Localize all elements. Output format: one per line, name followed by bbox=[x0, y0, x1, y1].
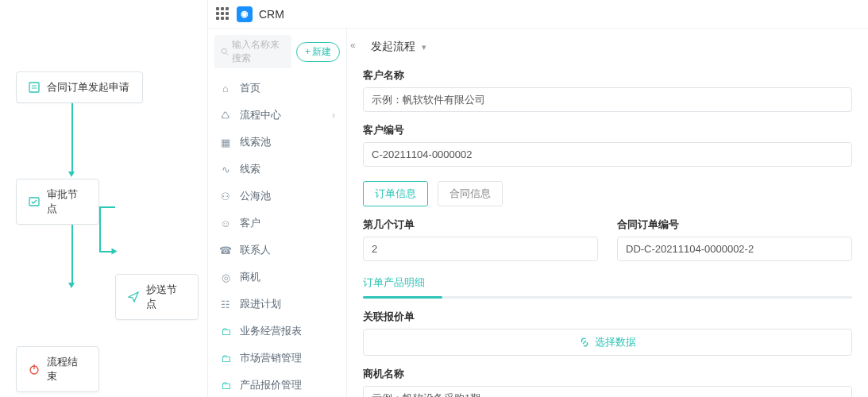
nav-label: 公海池 bbox=[240, 189, 271, 203]
process-selector-label: 发起流程 bbox=[371, 40, 415, 54]
svg-rect-3 bbox=[29, 198, 39, 206]
nav-marketing[interactable]: 🗀市场营销管理 bbox=[208, 345, 346, 372]
biz-icon: ◎ bbox=[219, 271, 232, 283]
nav-label: 流程中心 bbox=[240, 108, 281, 122]
customer-icon: ☺ bbox=[219, 217, 232, 229]
collapse-sidebar-icon[interactable]: « bbox=[347, 40, 359, 51]
new-button[interactable]: +新建 bbox=[296, 42, 340, 62]
nav-label: 市场营销管理 bbox=[240, 351, 302, 365]
search-placeholder: 输入名称来搜索 bbox=[232, 38, 285, 65]
send-icon bbox=[127, 291, 140, 303]
order-seq-input[interactable] bbox=[363, 237, 598, 261]
customer-code-label: 客户编号 bbox=[363, 123, 852, 137]
nav-quote-mgmt[interactable]: 🗀产品报价管理 bbox=[208, 372, 346, 397]
related-quote-label: 关联报价单 bbox=[363, 310, 852, 324]
search-input[interactable]: 输入名称来搜索 bbox=[214, 35, 291, 68]
select-data-label: 选择数据 bbox=[595, 335, 636, 349]
tab-order-info[interactable]: 订单信息 bbox=[363, 181, 428, 206]
connector bbox=[99, 206, 101, 252]
section-progress bbox=[363, 296, 852, 299]
nav-label: 产品报价管理 bbox=[240, 378, 302, 392]
nav-label: 商机 bbox=[240, 270, 260, 284]
connector bbox=[71, 102, 73, 173]
workflow-node-approval[interactable]: 审批节点 bbox=[16, 179, 99, 225]
sidebar: 输入名称来搜索 +新建 « ⌂首页 ♺流程中心› ▦线索池 ∿线索 ⚇公海池 ☺… bbox=[208, 29, 347, 397]
workflow-node-start[interactable]: 合同订单发起申请 bbox=[16, 71, 143, 103]
contract-order-no-input[interactable] bbox=[617, 237, 852, 261]
apps-icon[interactable] bbox=[216, 7, 230, 21]
biz-name-label: 商机名称 bbox=[363, 367, 852, 381]
workflow-node-label: 抄送节点 bbox=[146, 283, 187, 311]
arrow-icon bbox=[68, 283, 75, 288]
tabs: 订单信息 合同信息 bbox=[363, 181, 852, 206]
nav-sea-pool[interactable]: ⚇公海池 bbox=[208, 183, 346, 210]
workflow-node-label: 合同订单发起申请 bbox=[47, 80, 129, 94]
nav-contact[interactable]: ☎联系人 bbox=[208, 237, 346, 264]
app-logo: ◉ bbox=[237, 6, 253, 22]
select-data-button[interactable]: 选择数据 bbox=[363, 329, 852, 356]
nav: ⌂首页 ♺流程中心› ▦线索池 ∿线索 ⚇公海池 ☺客户 ☎联系人 ◎商机 ☷跟… bbox=[208, 75, 346, 397]
detail-section-title: 订单产品明细 bbox=[363, 276, 852, 295]
form-area: 发起流程 ▾ 客户名称 客户编号 订单信息 合同信息 第几个 bbox=[347, 29, 868, 397]
nav-label: 客户 bbox=[240, 216, 260, 230]
contract-order-no-label: 合同订单编号 bbox=[617, 218, 852, 232]
nav-plan[interactable]: ☷跟进计划 bbox=[208, 291, 346, 318]
svg-point-6 bbox=[222, 48, 226, 53]
workflow-node-cc[interactable]: 抄送节点 bbox=[115, 274, 199, 320]
nav-label: 跟进计划 bbox=[240, 297, 281, 311]
arrow-icon bbox=[112, 249, 118, 255]
new-button-label: 新建 bbox=[312, 45, 331, 59]
arrow-icon bbox=[68, 172, 75, 177]
topbar: ◉ CRM bbox=[208, 0, 868, 29]
sea-icon: ⚇ bbox=[219, 190, 232, 202]
connector bbox=[99, 206, 115, 208]
folder-icon: 🗀 bbox=[219, 352, 232, 364]
pool-icon: ▦ bbox=[219, 136, 232, 148]
nav-label: 业务经营报表 bbox=[240, 324, 302, 338]
nav-biz[interactable]: ◎商机 bbox=[208, 264, 346, 291]
folder-icon: 🗀 bbox=[219, 325, 232, 337]
folder-icon: 🗀 bbox=[219, 379, 232, 391]
nav-label: 线索池 bbox=[240, 135, 271, 149]
customer-name-label: 客户名称 bbox=[363, 68, 852, 83]
approval-icon bbox=[28, 195, 41, 208]
contact-icon: ☎ bbox=[219, 244, 232, 256]
customer-code-input[interactable] bbox=[363, 142, 852, 167]
app-name: CRM bbox=[259, 8, 284, 21]
customer-name-input[interactable] bbox=[363, 87, 852, 112]
biz-name-input[interactable] bbox=[363, 386, 852, 397]
nav-clue[interactable]: ∿线索 bbox=[208, 156, 346, 183]
workflow-panel: 合同订单发起申请 审批节点 抄送节点 流程结束 bbox=[0, 0, 207, 397]
chevron-right-icon: › bbox=[332, 110, 335, 121]
chevron-down-icon: ▾ bbox=[422, 42, 426, 52]
plus-icon: + bbox=[305, 46, 311, 57]
home-icon: ⌂ bbox=[219, 82, 232, 94]
flow-icon: ♺ bbox=[219, 109, 232, 121]
nav-clue-pool[interactable]: ▦线索池 bbox=[208, 129, 346, 156]
svg-rect-0 bbox=[29, 83, 39, 92]
process-selector[interactable]: 发起流程 ▾ bbox=[363, 37, 434, 57]
nav-customer[interactable]: ☺客户 bbox=[208, 210, 346, 237]
nav-report[interactable]: 🗀业务经营报表 bbox=[208, 318, 346, 345]
link-icon bbox=[579, 337, 590, 348]
workflow-node-label: 审批节点 bbox=[47, 187, 87, 216]
workflow-node-end[interactable]: 流程结束 bbox=[16, 346, 99, 392]
tab-contract-info[interactable]: 合同信息 bbox=[438, 181, 503, 206]
svg-line-7 bbox=[226, 53, 228, 55]
nav-flow-center[interactable]: ♺流程中心› bbox=[208, 102, 346, 129]
power-icon bbox=[28, 363, 41, 376]
nav-label: 联系人 bbox=[240, 243, 271, 257]
clue-icon: ∿ bbox=[219, 163, 232, 175]
workflow-node-label: 流程结束 bbox=[47, 355, 87, 384]
form-icon bbox=[28, 81, 41, 94]
plan-icon: ☷ bbox=[219, 298, 232, 310]
search-icon bbox=[221, 47, 229, 56]
nav-label: 线索 bbox=[240, 162, 260, 176]
nav-label: 首页 bbox=[240, 81, 260, 95]
nav-home[interactable]: ⌂首页 bbox=[208, 75, 346, 102]
order-seq-label: 第几个订单 bbox=[363, 218, 598, 232]
